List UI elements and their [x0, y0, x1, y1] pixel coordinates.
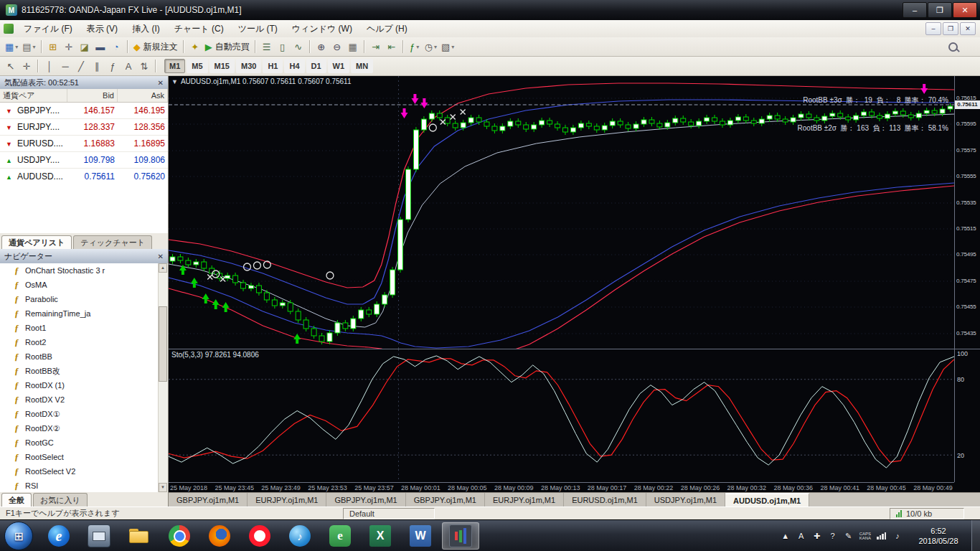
market-watch-row[interactable]: ▲USDJPY....109.798109.806: [0, 152, 168, 169]
timeframe-m15[interactable]: M15: [209, 59, 235, 73]
navigator-item[interactable]: ƒRootDX②: [0, 421, 168, 435]
taskbar-evernote[interactable]: e: [321, 522, 359, 550]
navigator-close-icon[interactable]: ✕: [158, 253, 164, 260]
menu-c[interactable]: チャート (C): [167, 21, 231, 37]
tray-icon-2[interactable]: ✎: [844, 532, 854, 541]
stochastic-axis[interactable]: 1008020: [954, 349, 980, 482]
chart-bars-button[interactable]: ☰: [259, 39, 275, 55]
navigator-item[interactable]: ƒRootBB改: [0, 364, 168, 378]
taskbar-firefox[interactable]: [201, 522, 238, 550]
new-order-button[interactable]: ◆新規注文: [131, 39, 180, 55]
profiles-button[interactable]: ▤▾: [20, 39, 37, 55]
stochastic-pane[interactable]: Sto(5,3,3) 97.8261 94.0806: [169, 349, 954, 482]
navigator-item[interactable]: ƒRootDX (1): [0, 378, 168, 392]
navigator-tab[interactable]: 全般: [1, 493, 32, 507]
arrows-tool[interactable]: ⇅: [136, 58, 152, 74]
price-axis[interactable]: 0.756150.755950.755750.755550.755350.755…: [954, 76, 980, 349]
timeframe-d1[interactable]: D1: [306, 59, 326, 73]
chart-tab[interactable]: GBPJPY.oj1m,M1: [169, 493, 248, 507]
trendline-tool[interactable]: ╱: [73, 58, 89, 74]
taskbar-excel[interactable]: X: [362, 522, 399, 550]
navigator-item[interactable]: ƒRemainingTime_ja: [0, 306, 168, 321]
chart-tab[interactable]: AUDUSD.oj1m,M1: [725, 493, 809, 507]
tray-icon-0[interactable]: ✚: [812, 532, 822, 541]
market-watch-tab[interactable]: 通貨ペアリスト: [1, 235, 72, 249]
vertical-line-tool[interactable]: │: [42, 58, 57, 74]
menu-t[interactable]: ツール (T): [231, 21, 285, 37]
navigator-item[interactable]: ƒRootDX①: [0, 407, 168, 421]
menu-v[interactable]: 表示 (V): [80, 21, 125, 37]
maximize-button[interactable]: ❐: [928, 2, 952, 18]
menu-h[interactable]: ヘルプ (H): [359, 21, 415, 37]
navigator-item[interactable]: ƒRootDX V2: [0, 392, 168, 407]
navigator-item[interactable]: ƒRootSelect: [0, 450, 168, 464]
ime-mode-icon[interactable]: A: [796, 532, 806, 540]
taskbar-file-explorer[interactable]: [121, 522, 158, 550]
market-watch-row[interactable]: ▼GBPJPY....146.157146.195: [0, 103, 168, 119]
indicators-button[interactable]: ƒ▾: [407, 39, 423, 55]
new-chart-button[interactable]: ▦▾: [3, 39, 20, 55]
navigator-item[interactable]: ƒOsMA: [0, 278, 168, 292]
taskbar-viewer-app[interactable]: [80, 522, 118, 550]
market-watch-row[interactable]: ▼EURUSD....1.168831.16895: [0, 136, 168, 152]
timeframe-h4[interactable]: H4: [284, 59, 304, 73]
time-axis[interactable]: 25 May 201825 May 23:4525 May 23:4925 Ma…: [169, 482, 954, 492]
zoom-out-button[interactable]: ⊖: [329, 39, 345, 55]
navigator-toggle[interactable]: ◪: [77, 39, 93, 55]
navigator-tab[interactable]: お気に入り: [33, 493, 88, 507]
data-window-toggle[interactable]: ✛: [61, 39, 77, 55]
market-watch-toggle[interactable]: ⊞: [45, 39, 61, 55]
cursor-tool[interactable]: ↖: [3, 58, 19, 74]
taskbar-word[interactable]: W: [402, 522, 439, 550]
navigator-item[interactable]: ƒRootBB: [0, 349, 168, 364]
terminal-toggle[interactable]: ▬: [93, 39, 108, 55]
fibonacci-tool[interactable]: ƒ: [105, 58, 121, 74]
mdi-close-button[interactable]: ✕: [960, 22, 976, 35]
horizontal-line-tool[interactable]: ─: [57, 58, 73, 74]
navigator-item[interactable]: ƒRSI: [0, 479, 168, 492]
timeframe-m30[interactable]: M30: [236, 59, 261, 73]
navigator-item[interactable]: ƒOnChart Stochastic 3 r: [0, 263, 168, 278]
mdi-restore-button[interactable]: ❐: [943, 22, 958, 35]
menu-f[interactable]: ファイル (F): [17, 21, 80, 37]
auto-scroll-button[interactable]: ⇥: [368, 39, 384, 55]
templates-button[interactable]: ▧▾: [439, 39, 456, 55]
navigator-item[interactable]: ƒRootGC: [0, 435, 168, 450]
close-button[interactable]: ✕: [953, 2, 977, 18]
taskbar-chrome[interactable]: [161, 522, 198, 550]
search-icon[interactable]: [947, 41, 960, 54]
scroll-down-icon[interactable]: ▼: [159, 483, 167, 492]
timeframe-m1[interactable]: M1: [164, 59, 185, 73]
chart-line-button[interactable]: ∿: [291, 39, 306, 55]
mdi-minimize-button[interactable]: –: [925, 22, 941, 35]
tile-windows-button[interactable]: ▦: [345, 39, 361, 55]
start-button[interactable]: ⊞: [4, 522, 33, 550]
status-profile[interactable]: Default: [343, 508, 435, 519]
chart-shift-button[interactable]: ⇤: [384, 39, 400, 55]
metaeditor-button[interactable]: ✦: [187, 39, 203, 55]
show-desktop-button[interactable]: [971, 520, 980, 551]
taskbar-itunes[interactable]: ♪: [281, 522, 319, 550]
volume-icon[interactable]: ♪: [892, 532, 903, 540]
hidden-icons-arrow[interactable]: ▲: [781, 532, 791, 540]
navigator-item[interactable]: ƒRoot1: [0, 321, 168, 335]
crosshair-tool[interactable]: ✛: [19, 58, 34, 74]
timeframe-h1[interactable]: H1: [263, 59, 283, 73]
market-watch-tab[interactable]: ティックチャート: [73, 235, 152, 249]
chart-candles-button[interactable]: ▯: [275, 39, 291, 55]
chart-tab[interactable]: EURJPY.oj1m,M1: [485, 493, 564, 507]
main-chart[interactable]: ▼AUDUSD.oj1m,M1 0.75607 0.75611 0.75607 …: [169, 76, 954, 349]
strategy-tester-toggle[interactable]: ◔: [108, 39, 124, 55]
timeframe-m5[interactable]: M5: [187, 59, 207, 73]
chart-tab[interactable]: USDJPY.oj1m,M1: [646, 493, 725, 507]
menu-w[interactable]: ウィンドウ (W): [285, 21, 359, 37]
navigator-item[interactable]: ƒRoot2: [0, 335, 168, 349]
zoom-in-button[interactable]: ⊕: [314, 39, 329, 55]
scroll-up-icon[interactable]: ▲: [159, 263, 167, 273]
taskbar-opera[interactable]: [241, 522, 278, 550]
text-tool[interactable]: A: [121, 58, 136, 74]
navigator-item[interactable]: ƒParabolic: [0, 292, 168, 306]
navigator-scrollbar[interactable]: ▲ ▼: [158, 263, 168, 492]
taskbar-internet-explorer[interactable]: e: [40, 522, 77, 550]
scrollbar-thumb[interactable]: [159, 306, 167, 382]
